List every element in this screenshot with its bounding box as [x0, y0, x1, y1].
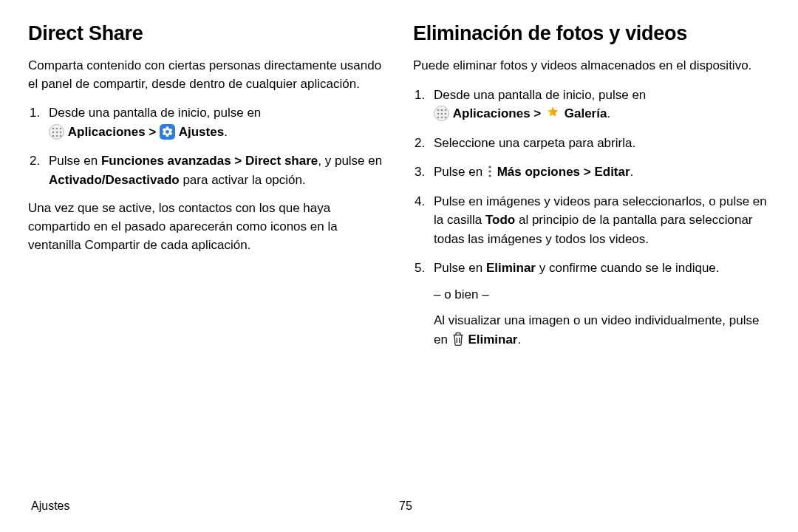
left-column: Direct Share Comparta contenido con cier… [28, 22, 385, 499]
bold: Todo [485, 213, 515, 227]
svg-point-9 [437, 109, 440, 112]
gt: > [533, 106, 545, 120]
or-divider: – o bien – [434, 285, 770, 304]
svg-point-0 [52, 127, 55, 129]
svg-point-17 [445, 117, 447, 119]
direct-share-steps: Desde una pantalla de inicio, pulse en A… [28, 103, 385, 189]
apps-icon [49, 124, 64, 140]
svg-point-12 [437, 113, 440, 115]
bold: Eliminar [486, 261, 536, 275]
direct-share-step-1: Desde una pantalla de inicio, pulse en A… [28, 103, 385, 141]
svg-point-16 [441, 117, 443, 119]
trash-icon [451, 332, 465, 347]
gallery-icon [545, 105, 561, 121]
heading-direct-share: Direct Share [28, 22, 385, 45]
content-columns: Direct Share Comparta contenido con cier… [28, 22, 770, 499]
text: . [517, 332, 521, 347]
text: Pulse en [434, 165, 486, 179]
direct-share-step-2: Pulse en Funciones avanzadas > Direct sh… [28, 151, 385, 189]
apps-label: Aplicaciones [68, 125, 146, 139]
svg-point-15 [437, 117, 440, 119]
text: Pulse en [49, 154, 101, 168]
svg-point-10 [441, 109, 443, 112]
text: , y pulse en [318, 154, 382, 168]
heading-delete-media: Eliminación de fotos y videos [413, 22, 770, 45]
period: . [607, 106, 610, 120]
text: Desde una pantalla de inicio, pulse en [434, 88, 646, 102]
svg-point-20 [488, 175, 491, 177]
gallery-label: Galería [565, 106, 607, 120]
bold: Funciones avanzadas > Direct share [101, 154, 318, 168]
delete-step-4: Pulse en imágenes y videos para seleccio… [413, 192, 770, 249]
svg-point-8 [60, 134, 62, 137]
svg-point-18 [488, 166, 491, 168]
svg-point-4 [56, 131, 58, 133]
bold: Más opciones > Editar [497, 165, 630, 179]
text: Pulse en [434, 261, 486, 275]
delete-step-1: Desde una pantalla de inicio, pulse en A… [413, 86, 770, 123]
delete-media-steps: Desde una pantalla de inicio, pulse en A… [413, 86, 770, 349]
svg-point-13 [441, 113, 443, 115]
gt: > [149, 125, 160, 139]
right-column: Eliminación de fotos y videos Puede elim… [413, 22, 770, 499]
svg-point-2 [60, 127, 62, 129]
footer-page-number: 75 [399, 499, 412, 513]
svg-point-11 [445, 109, 447, 112]
period: . [224, 125, 228, 139]
footer-section: Ajustes [31, 499, 399, 513]
alt-instruction: Al visualizar una imagen o un video indi… [434, 311, 770, 349]
bold: Activado/Desactivado [49, 173, 180, 187]
gear-icon [160, 124, 175, 140]
svg-point-1 [56, 127, 58, 129]
bold: Eliminar [468, 332, 517, 347]
delete-step-5: Pulse en Eliminar y confirme cuando se l… [413, 259, 770, 349]
direct-share-intro: Comparta contenido con ciertas personas … [28, 57, 385, 93]
svg-point-19 [488, 171, 491, 173]
delete-step-2: Seleccione una carpeta para abrirla. [413, 134, 770, 153]
svg-point-6 [52, 134, 55, 137]
apps-icon [434, 106, 449, 121]
more-icon [486, 164, 494, 179]
svg-point-5 [60, 131, 62, 133]
text: y confirme cuando se le indique. [536, 261, 720, 275]
text: para activar la opción. [180, 173, 306, 187]
direct-share-outro: Una vez que se active, los contactos con… [28, 200, 385, 254]
delete-media-intro: Puede eliminar fotos y videos almacenado… [413, 57, 770, 75]
delete-step-3: Pulse en Más opciones > Editar. [413, 163, 770, 182]
svg-point-7 [56, 134, 58, 137]
svg-point-3 [52, 131, 55, 133]
page-footer: Ajustes 75 [28, 499, 770, 517]
text: Desde una pantalla de inicio, pulse en [49, 106, 261, 120]
settings-label: Ajustes [179, 125, 224, 139]
svg-point-14 [445, 113, 447, 115]
text: . [630, 165, 634, 179]
apps-label: Aplicaciones [453, 106, 531, 120]
